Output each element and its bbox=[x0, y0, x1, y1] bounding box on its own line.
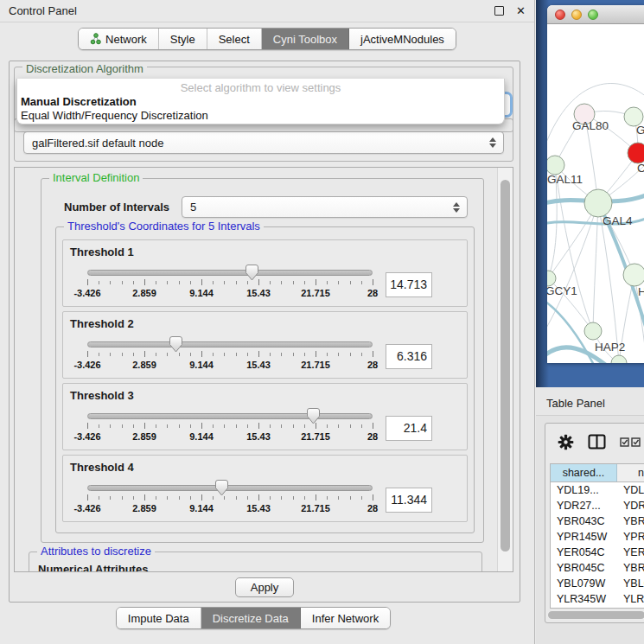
threshold-value-field[interactable]: 11.344 bbox=[386, 488, 432, 513]
network-node[interactable] bbox=[611, 355, 627, 363]
threshold-panel: Threshold 1-3.4262.8599.14415.4321.71528… bbox=[62, 239, 468, 307]
slider-thumb[interactable] bbox=[215, 480, 228, 496]
tab-select[interactable]: Select bbox=[207, 29, 262, 49]
cell-name[interactable]: YPR1 bbox=[616, 529, 644, 545]
tick-mark bbox=[201, 351, 202, 357]
cell-shared-name[interactable]: YLR345W bbox=[551, 591, 616, 607]
table-row[interactable]: YBL079WYBL0 bbox=[551, 576, 644, 591]
tab-jactivemnodules[interactable]: jActiveMNodules bbox=[349, 29, 456, 49]
tick-mark bbox=[304, 496, 305, 500]
gear-icon[interactable] bbox=[558, 434, 574, 450]
tick-mark bbox=[293, 353, 294, 356]
threshold-value-field[interactable]: 21.4 bbox=[386, 416, 432, 441]
threshold-slider[interactable]: -3.4262.8599.14415.4321.71528 bbox=[87, 265, 373, 300]
table-row[interactable]: YDR27...YDR2 bbox=[551, 498, 644, 513]
cell-shared-name[interactable]: YIL052C bbox=[551, 607, 616, 609]
cell-shared-name[interactable]: YBL079W bbox=[551, 576, 616, 591]
table-header-row: shared... na bbox=[551, 464, 644, 482]
table-panel-header: Table Panel bbox=[536, 387, 644, 416]
tick-mark bbox=[373, 494, 373, 501]
slider-track[interactable] bbox=[87, 413, 373, 419]
cell-shared-name[interactable]: YDL19... bbox=[551, 482, 616, 498]
table-data-combobox[interactable]: galFiltered.sif default node bbox=[23, 131, 504, 154]
table-row[interactable]: YBR045CYBR0 bbox=[551, 560, 644, 576]
network-view-frame: GAL80GACGAL11GAL4GCY1HHAP2 bbox=[536, 0, 644, 387]
cyni-content-panel: Discretization Algorithm Select algorith… bbox=[9, 61, 520, 603]
threshold-value-field[interactable]: 6.316 bbox=[386, 344, 432, 369]
column-header-name[interactable]: na bbox=[617, 464, 644, 481]
apply-button[interactable]: Apply bbox=[235, 577, 294, 597]
slider-thumb[interactable] bbox=[169, 336, 182, 353]
table-row[interactable]: YLR345WYLR3 bbox=[551, 591, 644, 607]
tick-mark bbox=[316, 279, 316, 285]
cell-name[interactable]: YDR2 bbox=[616, 498, 644, 513]
cell-name[interactable]: YBR0 bbox=[616, 513, 644, 529]
algorithm-item-equal-width[interactable]: Equal Width/Frequency Discretization bbox=[17, 109, 504, 123]
cell-shared-name[interactable]: YPR145W bbox=[551, 529, 616, 545]
network-window: GAL80GACGAL11GAL4GCY1HHAP2 bbox=[547, 5, 644, 363]
threshold-slider[interactable]: -3.4262.8599.14415.4321.71528 bbox=[87, 337, 373, 372]
cell-shared-name[interactable]: YDR27... bbox=[551, 498, 616, 513]
slider-track[interactable] bbox=[87, 341, 373, 348]
table-row[interactable]: YBR043CYBR0 bbox=[551, 513, 644, 529]
table-row[interactable]: YER054CYER0 bbox=[551, 545, 644, 560]
number-of-intervals-label: Number of Intervals bbox=[64, 201, 169, 214]
tab-discretize-data[interactable]: Discretize Data bbox=[201, 608, 301, 628]
cell-shared-name[interactable]: YBR045C bbox=[551, 560, 616, 576]
checkbox-icon[interactable] bbox=[631, 437, 641, 447]
network-node[interactable] bbox=[623, 264, 644, 286]
slider-thumb[interactable] bbox=[307, 408, 320, 424]
tick-mark bbox=[99, 353, 99, 356]
zoom-window-icon[interactable] bbox=[588, 10, 598, 20]
threshold-slider[interactable]: -3.4262.8599.14415.4321.71528 bbox=[87, 409, 373, 443]
table-row[interactable]: YPR145WYPR1 bbox=[551, 529, 644, 545]
vertical-scrollbar[interactable] bbox=[497, 168, 513, 571]
minimize-window-icon[interactable] bbox=[571, 10, 582, 20]
cell-name[interactable]: YIL0 bbox=[616, 607, 644, 609]
vertical-scrollbar-thumb[interactable] bbox=[501, 180, 510, 552]
threshold-value-field[interactable]: 14.713 bbox=[386, 272, 432, 297]
network-node[interactable] bbox=[584, 322, 602, 340]
tab-cyni-toolbox[interactable]: Cyni Toolbox bbox=[262, 29, 349, 49]
network-canvas[interactable]: GAL80GACGAL11GAL4GCY1HHAP2 bbox=[547, 24, 644, 363]
checkbox-icon[interactable] bbox=[620, 437, 629, 447]
cell-name[interactable]: YER0 bbox=[616, 545, 644, 560]
float-window-icon[interactable] bbox=[494, 6, 504, 16]
slider-track[interactable] bbox=[87, 485, 373, 491]
tick-mark bbox=[350, 281, 351, 284]
horizontal-scrollbar-thumb[interactable] bbox=[548, 611, 644, 619]
threshold-slider[interactable]: -3.4262.8599.14415.4321.71528 bbox=[87, 481, 373, 515]
network-node-label: GAL80 bbox=[572, 119, 609, 132]
cell-shared-name[interactable]: YBR043C bbox=[551, 513, 616, 529]
tick-mark bbox=[190, 496, 191, 500]
close-window-icon[interactable] bbox=[555, 10, 565, 20]
algorithm-item-manual[interactable]: Manual Discretization bbox=[17, 95, 504, 109]
number-of-intervals-combobox[interactable]: 5 bbox=[182, 196, 468, 218]
slider-track[interactable] bbox=[87, 270, 373, 276]
network-node[interactable] bbox=[584, 189, 612, 217]
table-row[interactable]: YIL052CYIL0 bbox=[551, 607, 644, 609]
slider-thumb[interactable] bbox=[245, 265, 258, 281]
tab-style[interactable]: Style bbox=[159, 29, 207, 49]
cell-name[interactable]: YLR3 bbox=[616, 591, 644, 607]
horizontal-scrollbar[interactable] bbox=[547, 610, 644, 620]
cell-name[interactable]: YBR0 bbox=[616, 560, 644, 576]
table-row[interactable]: YDL19...YDL1 bbox=[551, 482, 644, 498]
algorithm-placeholder-item[interactable]: Select algorithm to view settings bbox=[17, 80, 504, 95]
network-node[interactable] bbox=[547, 156, 564, 175]
cell-name[interactable]: YDL1 bbox=[616, 482, 644, 498]
split-panel-icon[interactable] bbox=[588, 434, 606, 450]
tick-mark bbox=[373, 351, 373, 357]
close-icon[interactable]: ✕ bbox=[516, 5, 526, 16]
cell-name[interactable]: YBL0 bbox=[616, 576, 644, 591]
column-header-shared-name[interactable]: shared... bbox=[551, 464, 617, 481]
tab-label: Select bbox=[219, 33, 250, 46]
tab-impute-data[interactable]: Impute Data bbox=[117, 608, 201, 628]
tick-mark bbox=[133, 281, 134, 284]
tab-network[interactable]: Network bbox=[79, 29, 159, 49]
tick-label: 21.715 bbox=[301, 431, 330, 442]
tick-mark bbox=[110, 496, 111, 500]
tab-infer-network[interactable]: Infer Network bbox=[301, 608, 390, 628]
cell-shared-name[interactable]: YER054C bbox=[551, 545, 616, 560]
network-node[interactable] bbox=[628, 143, 644, 163]
